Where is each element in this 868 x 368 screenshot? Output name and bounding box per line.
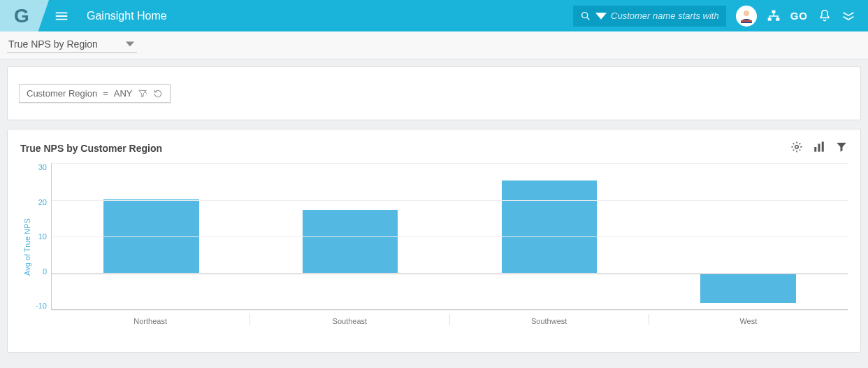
filter-panel: Customer Region = ANY (7, 66, 861, 120)
chart-actions (790, 141, 848, 156)
filter-icon (138, 89, 147, 99)
x-tick: Southwest (449, 314, 649, 325)
menu-button[interactable] (49, 8, 74, 24)
report-selector-row: True NPS by Region (0, 31, 868, 59)
bar[interactable] (502, 181, 598, 272)
topbar-right: Customer name starts with GO (573, 6, 868, 27)
gridline (52, 236, 848, 237)
search-placeholder: Customer name starts with (611, 10, 719, 21)
svg-line-1 (587, 17, 589, 20)
filter-value: ANY (114, 88, 133, 99)
gridline (52, 200, 848, 201)
filter-chip[interactable]: Customer Region = ANY (19, 84, 171, 103)
page-title: Gainsight Home (87, 10, 167, 22)
bar[interactable] (303, 210, 398, 272)
funnel-icon (835, 141, 848, 153)
filter-field: Customer Region (27, 88, 97, 99)
go-button[interactable]: GO (790, 10, 808, 22)
svg-rect-6 (776, 17, 779, 20)
y-tick: 0 (31, 267, 47, 276)
topbar: G Gainsight Home Customer name starts wi… (0, 0, 868, 31)
hamburger-icon (54, 8, 69, 24)
logo[interactable]: G (0, 0, 49, 31)
bar[interactable] (103, 199, 199, 273)
notifications-button[interactable] (818, 9, 832, 23)
chart-body: Avg of True NPS 3020100-10 NortheastSout… (20, 163, 848, 331)
gridline (52, 163, 848, 164)
caret-down-icon (126, 40, 134, 48)
bar-chart-icon (813, 141, 825, 153)
chart-header: True NPS by Customer Region (20, 141, 848, 156)
svg-rect-5 (767, 17, 771, 20)
org-chart-icon (767, 9, 781, 23)
x-tick: West (649, 314, 848, 325)
chart-type-button[interactable] (813, 141, 825, 156)
y-tick: 20 (31, 198, 47, 206)
report-name: True NPS by Region (8, 38, 98, 50)
svg-rect-3 (741, 20, 752, 22)
logo-letter: G (14, 5, 29, 27)
y-tick: -10 (31, 302, 47, 310)
plot-area: NortheastSoutheastSouthwestWest (51, 163, 848, 331)
chart-title: True NPS by Customer Region (20, 143, 162, 154)
svg-rect-4 (772, 10, 775, 13)
gridline (52, 310, 848, 311)
gear-icon (790, 141, 803, 153)
bar[interactable] (700, 274, 796, 303)
y-axis: 3020100-10 (31, 163, 51, 310)
svg-rect-11 (822, 142, 824, 152)
avatar[interactable] (736, 6, 757, 27)
svg-rect-9 (814, 147, 816, 152)
search-icon (580, 10, 591, 22)
zero-line (52, 274, 848, 274)
svg-rect-10 (818, 144, 820, 152)
chart-panel: True NPS by Customer Region Avg of True … (7, 129, 861, 353)
x-tick: Southeast (249, 314, 449, 325)
svg-point-8 (795, 146, 799, 149)
x-tick: Northeast (51, 314, 249, 325)
x-axis: NortheastSoutheastSouthwestWest (51, 314, 848, 325)
expand-button[interactable] (841, 9, 855, 23)
chart-settings-button[interactable] (790, 141, 803, 156)
chart-filter-button[interactable] (835, 141, 848, 156)
svg-point-2 (744, 10, 749, 16)
y-tick: 10 (31, 232, 47, 241)
caret-down-icon (595, 10, 607, 22)
avatar-icon (738, 8, 755, 24)
org-chart-button[interactable] (767, 9, 781, 23)
refresh-icon (153, 89, 163, 99)
double-chevron-down-icon (841, 9, 855, 23)
y-tick: 30 (31, 163, 47, 171)
search-box[interactable]: Customer name starts with (573, 6, 726, 27)
svg-point-0 (582, 12, 588, 17)
filter-operator: = (103, 88, 108, 99)
y-axis-label: Avg of True NPS (20, 163, 31, 331)
report-dropdown[interactable]: True NPS by Region (7, 37, 137, 53)
bell-icon (818, 9, 832, 23)
